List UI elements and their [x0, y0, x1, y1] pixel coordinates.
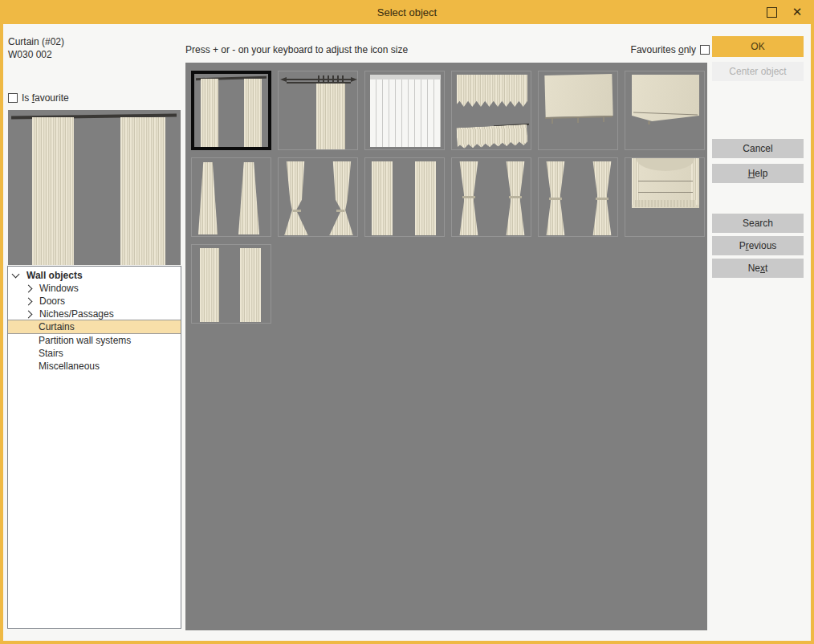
thumbnail-two-straight-panels[interactable]: [364, 157, 445, 237]
rod-finial-icon: [351, 77, 357, 82]
curtain-panel: [316, 84, 345, 149]
thumbnail-two-narrow-tapered-panels[interactable]: [191, 157, 271, 237]
curtain-tab: [323, 75, 324, 84]
blind-bracket: [577, 117, 579, 123]
is-favourite-checkbox-row[interactable]: Is favourite: [8, 92, 69, 104]
thumbnail-two-tied-back-panels[interactable]: [278, 157, 358, 237]
curtain-tab: [337, 75, 339, 84]
valance-top: [457, 75, 527, 107]
pelmet-seam: [638, 181, 693, 181]
valance-bottom: [456, 124, 527, 149]
help-button[interactable]: Help: [712, 164, 804, 183]
thumbnail-curtain-single-panel-on-decorative-rod[interactable]: [278, 71, 358, 150]
thumbnail-swag-valance-pelmet[interactable]: [625, 157, 705, 237]
curtain-panel: [200, 248, 219, 322]
rod-finial-icon: [280, 77, 287, 82]
curtain-panel: [238, 162, 259, 234]
tree-item-partition-wall-systems[interactable]: Partition wall systems: [8, 334, 181, 347]
tie-band: [509, 196, 522, 198]
thumbnail-vertical-blinds[interactable]: [364, 71, 445, 150]
tie-band: [596, 198, 608, 200]
vertical-blind-slats: [370, 79, 441, 147]
tree-item-niches-passages[interactable]: Niches/Passages: [8, 308, 181, 320]
favourites-only-label: Favourites only: [631, 44, 696, 55]
curtain-panel: [503, 161, 527, 235]
tie-band: [549, 198, 562, 200]
cancel-button[interactable]: Cancel: [712, 139, 804, 158]
curtain-panel: [240, 248, 261, 322]
chevron-right-icon[interactable]: [25, 297, 33, 305]
tie-back: [293, 210, 301, 212]
object-preview-image: [8, 110, 181, 265]
favourites-only-checkbox[interactable]: [700, 45, 710, 55]
next-button[interactable]: Next: [712, 259, 804, 278]
tree-item-miscellaneous[interactable]: Miscellaneous: [8, 360, 181, 373]
object-thumbnail-grid: [185, 63, 707, 630]
curtain-panel: [457, 161, 481, 235]
thumbnail-roller-blind[interactable]: [538, 71, 618, 150]
tie-back: [336, 210, 344, 212]
side-jabot: [691, 158, 699, 205]
tree-item-stairs[interactable]: Stairs: [8, 347, 181, 360]
tie-band: [462, 196, 475, 198]
chevron-right-icon[interactable]: [25, 310, 33, 318]
maximize-button[interactable]: [761, 2, 782, 22]
favourites-only-row[interactable]: Favourites only: [631, 44, 710, 55]
curtain-tab: [318, 75, 319, 84]
curtain-tab: [342, 75, 344, 84]
curtain-tab: [328, 75, 329, 84]
thumbnail-two-panels-tied-at-middle[interactable]: [451, 157, 531, 237]
tree-item-doors[interactable]: Doors: [8, 295, 181, 308]
is-favourite-label: Is favourite: [22, 92, 69, 104]
category-tree: Wall objects Windows Doors Niches/Passag…: [7, 266, 181, 629]
tree-item-wall-objects[interactable]: Wall objects: [8, 269, 181, 282]
curtain-panel: [328, 161, 354, 235]
curtain-panel: [283, 161, 309, 235]
maximize-icon: [767, 7, 777, 18]
icon-size-hint: Press + or - on your keyboard to adjust …: [185, 44, 408, 55]
chevron-right-icon[interactable]: [25, 284, 33, 292]
search-button[interactable]: Search: [712, 214, 804, 233]
shade-pull: [648, 121, 650, 124]
curtain-panel: [120, 117, 165, 265]
center-object-button[interactable]: Center object: [712, 62, 804, 81]
thumbnail-valance-pair-zigzag[interactable]: [451, 71, 531, 150]
curtain-panel: [198, 162, 218, 234]
curtain-panel: [415, 161, 436, 235]
chevron-down-icon[interactable]: [12, 271, 20, 279]
side-jabot: [632, 158, 640, 205]
thumbnail-curtains-two-panels-with-rod[interactable]: [191, 71, 271, 150]
blind-panel: [544, 74, 613, 117]
curtain-panel: [244, 79, 262, 149]
pelmet-fringe: [635, 200, 696, 207]
thumbnail-two-plain-panels[interactable]: [191, 244, 271, 324]
curtain-panel: [32, 117, 74, 265]
tree-item-windows[interactable]: Windows: [8, 282, 181, 295]
curtain-panel: [201, 79, 218, 149]
thumbnail-roman-shade[interactable]: [625, 71, 705, 150]
dialog-title: Select object: [377, 6, 437, 18]
pelmet-seam: [638, 192, 693, 193]
is-favourite-checkbox[interactable]: [8, 93, 18, 103]
selected-object-name: Curtain (#02): [8, 36, 64, 47]
thumbnail-two-panels-tied-at-middle-2[interactable]: [538, 157, 618, 237]
ok-button[interactable]: OK: [712, 36, 804, 57]
previous-button[interactable]: Previous: [712, 236, 804, 255]
blind-bracket: [603, 116, 604, 122]
selected-object-code: W030 002: [8, 49, 52, 60]
blind-bracket: [551, 118, 553, 124]
curtain-tab: [332, 75, 334, 84]
curtain-panel: [372, 161, 393, 235]
close-button[interactable]: ✕: [787, 2, 808, 22]
tree-item-curtains[interactable]: Curtains: [8, 320, 181, 334]
titlebar: Select object ✕: [0, 0, 814, 24]
